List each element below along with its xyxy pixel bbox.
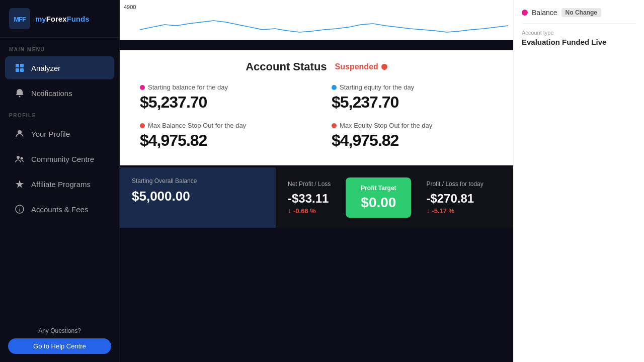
pnl-today-label: Profit / Loss for today: [426, 180, 483, 188]
suspended-text: Suspended: [335, 62, 378, 71]
profit-target-card: Profit Target $0.00: [346, 177, 411, 218]
svg-rect-5: [20, 68, 24, 72]
svg-marker-10: [16, 180, 24, 188]
svg-text:i: i: [19, 207, 20, 213]
main-menu-label: MAIN MENU: [0, 38, 119, 55]
metrics-card: Net Profit / Loss -$33.11 ↓ -0.66 % Prof…: [276, 167, 513, 228]
net-profit-value: -$33.11: [288, 192, 331, 206]
community-icon: [14, 153, 25, 164]
stat-starting-balance: Starting balance for the day $5,237.70: [140, 83, 301, 112]
sidebar-item-community-centre[interactable]: Community Centre: [5, 147, 114, 170]
suspended-dot: [381, 64, 387, 70]
sidebar-item-notifications[interactable]: Notifications: [5, 81, 114, 105]
account-type-section: Account type Evaluation Funded Live: [522, 23, 636, 46]
starting-overall-label: Starting Overall Balance: [132, 177, 264, 185]
analyzer-icon: [14, 62, 25, 73]
accounts-fees-label: Accounts & Fees: [31, 205, 88, 214]
pnl-today-section: Profit / Loss for today -$270.81 ↓ -5.17…: [426, 180, 483, 215]
sidebar-logo: MFF myForexFunds: [0, 0, 119, 38]
info-icon: i: [14, 204, 25, 215]
max-equity-stop-label: Max Equity Stop Out for the day: [340, 122, 432, 129]
svg-point-9: [21, 157, 23, 160]
sidebar-item-analyzer[interactable]: Analyzer: [5, 56, 114, 79]
svg-point-6: [19, 96, 21, 98]
starting-overall-value: $5,000.00: [132, 189, 264, 204]
net-profit-section: Net Profit / Loss -$33.11 ↓ -0.66 %: [288, 180, 331, 215]
logo-text: myForexFunds: [35, 15, 90, 23]
chart-area: 4900 05:00 06:00 07:00 08:00 09:00 10:00…: [120, 0, 513, 40]
suspended-badge: Suspended: [335, 62, 387, 71]
profile-section-label: PROFILE: [0, 106, 119, 121]
chart-line-area: 05:00 06:00 07:00 08:00 09:00 10:00 11:0…: [140, 10, 508, 40]
red-dot-1: [140, 123, 145, 128]
go-to-help-centre-button[interactable]: Go to Help Centre: [8, 338, 111, 354]
user-icon: [14, 128, 25, 139]
blue-dot: [332, 85, 337, 90]
stat-max-equity-stop: Max Equity Stop Out for the day $4,975.8…: [332, 122, 493, 150]
max-balance-stop-label: Max Balance Stop Out for the day: [148, 122, 246, 129]
sidebar: MFF myForexFunds MAIN MENU Analyzer Noti…: [0, 0, 120, 362]
help-question-text: Any Questions?: [8, 327, 111, 334]
sidebar-item-affiliate-programs[interactable]: Affiliate Programs: [5, 172, 114, 196]
notifications-label: Notifications: [31, 89, 72, 98]
main-wrapper: 4900 05:00 06:00 07:00 08:00 09:00 10:00…: [120, 0, 644, 362]
analyzer-label: Analyzer: [31, 64, 60, 72]
svg-point-8: [17, 156, 20, 159]
starting-balance-label: Starting balance for the day: [148, 83, 228, 91]
net-profit-pct: -0.66 %: [293, 207, 316, 215]
account-status-header: Account Status Suspended: [140, 60, 493, 73]
net-profit-label: Net Profit / Loss: [288, 180, 331, 188]
bell-icon: [14, 87, 25, 99]
pnl-today-value: -$270.81: [426, 192, 483, 206]
account-status-title: Account Status: [246, 60, 327, 73]
account-status-section: Account Status Suspended Starting balanc…: [120, 50, 513, 165]
red-dot-2: [332, 123, 337, 128]
your-profile-label: Your Profile: [31, 130, 70, 138]
pink-dot: [140, 85, 145, 90]
pnl-today-change: ↓ -5.17 %: [426, 207, 483, 215]
starting-equity-value: $5,237.70: [332, 93, 493, 112]
starting-overall-card: Starting Overall Balance $5,000.00: [120, 167, 276, 228]
starting-balance-value: $5,237.70: [140, 93, 301, 112]
stat-max-balance-stop: Max Balance Stop Out for the day $4,975.…: [140, 122, 301, 150]
starting-equity-label: Starting equity for the day: [340, 83, 414, 91]
net-profit-change: ↓ -0.66 %: [288, 207, 331, 215]
pnl-arrow-down-icon: ↓: [426, 207, 430, 215]
community-centre-label: Community Centre: [31, 155, 94, 163]
sidebar-item-accounts-fees[interactable]: i Accounts & Fees: [5, 198, 114, 221]
balance-dot: [522, 10, 528, 16]
max-equity-stop-value: $4,975.82: [332, 131, 493, 150]
logo-icon: MFF: [9, 8, 30, 29]
content-area[interactable]: 4900 05:00 06:00 07:00 08:00 09:00 10:00…: [120, 0, 513, 362]
profit-target-label: Profit Target: [356, 185, 401, 192]
max-balance-stop-value: $4,975.82: [140, 131, 301, 150]
stat-starting-equity: Starting equity for the day $5,237.70: [332, 83, 493, 112]
affiliate-icon: [14, 178, 25, 190]
pnl-today-pct: -5.17 %: [432, 207, 454, 215]
sidebar-item-your-profile[interactable]: Your Profile: [5, 122, 114, 145]
profit-target-value: $0.00: [356, 195, 401, 211]
stats-grid: Starting balance for the day $5,237.70 S…: [140, 83, 493, 150]
svg-text:MFF: MFF: [14, 16, 26, 23]
arrow-down-icon: ↓: [288, 207, 291, 215]
account-type-value: Evaluation Funded Live: [522, 38, 636, 46]
balance-indicator: Balance No Change: [522, 8, 636, 17]
chart-y-label: 4900: [124, 4, 136, 10]
right-panel: Balance No Change Account type Evaluatio…: [513, 0, 644, 362]
account-type-label: Account type: [522, 30, 636, 36]
bottom-cards: Starting Overall Balance $5,000.00 Net P…: [120, 167, 513, 228]
svg-rect-2: [16, 64, 19, 67]
no-change-badge: No Change: [561, 8, 601, 17]
balance-label: Balance: [532, 9, 557, 17]
svg-rect-4: [16, 68, 19, 72]
affiliate-programs-label: Affiliate Programs: [31, 180, 91, 189]
svg-rect-3: [20, 64, 24, 67]
sidebar-bottom: Any Questions? Go to Help Centre: [0, 319, 119, 362]
